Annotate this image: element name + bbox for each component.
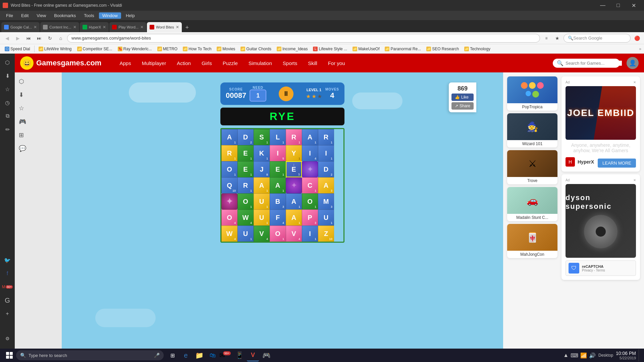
bookmark-lifewire[interactable]: 📁 LifeWire Writng (37, 46, 74, 52)
bookmark-income[interactable]: 📁 Income_Ideas (275, 46, 310, 52)
pause-button[interactable]: ⏸ (279, 86, 293, 101)
cell-2-4[interactable]: E1 ↓ (286, 161, 302, 177)
bookmark-guitar[interactable]: 📁 Guitar Chords (238, 46, 273, 52)
nav-simulation[interactable]: Simulation (244, 58, 277, 69)
bookmark-technology[interactable]: 📁 Technology (462, 46, 492, 52)
tab-0[interactable]: Google Cal... ✕ (1, 22, 40, 32)
menu-edit[interactable]: Edit (18, 12, 32, 19)
cell-1-2[interactable]: K1 (254, 145, 270, 161)
panel-btn-4[interactable]: 🎮 (15, 115, 62, 128)
cell-6-6[interactable]: Z10 (318, 226, 334, 242)
nav-sports[interactable]: Sports (278, 58, 302, 69)
bookmark-makeuseof[interactable]: 📁 MakeUseOf (351, 46, 381, 52)
game-card-mahjong[interactable]: 🀄 MahJongCon (507, 224, 557, 258)
nav-apps[interactable]: Apps (115, 58, 136, 69)
panel-btn-3[interactable]: ☆ (15, 102, 62, 115)
tab-close-1[interactable]: ✕ (73, 25, 76, 29)
cell-3-1[interactable]: R1 (237, 177, 254, 193)
taskbar-phone[interactable]: 📱 (233, 349, 246, 361)
bookmark-seo[interactable]: 📁 SEO Research (424, 46, 461, 52)
taskbar-sound-icon[interactable]: 🔊 (589, 352, 596, 359)
cell-6-2[interactable]: V4 (254, 226, 270, 242)
sidebar-gmail[interactable]: M30+ (1, 281, 13, 293)
nav-action[interactable]: Action (172, 58, 196, 69)
cell-3-6[interactable]: A3 (318, 177, 334, 193)
cell-1-3[interactable]: I5 (270, 145, 286, 161)
nav-puzzle[interactable]: Puzzle (218, 58, 243, 69)
tab-close-word-bites[interactable]: ✕ (176, 25, 179, 29)
cell-5-3[interactable]: F4 (270, 209, 286, 226)
taskbar-edge[interactable]: e (180, 349, 192, 361)
cell-2-6[interactable]: D2 (318, 161, 334, 177)
cell-0-3[interactable]: L1 (270, 129, 286, 145)
sidebar-google[interactable]: G (1, 294, 13, 306)
cell-3-4[interactable]: ✦ (286, 177, 302, 193)
refresh-button[interactable]: ↻ (46, 34, 54, 43)
user-icon[interactable]: 👤 (627, 57, 639, 69)
sidebar-settings[interactable]: ⚙ (1, 333, 13, 345)
more-bookmarks-button[interactable]: » (639, 47, 641, 51)
share-button[interactable]: ↗ Share (451, 102, 474, 110)
bookmark-speed-dial[interactable]: ⬡ Speed Dial (3, 46, 32, 52)
cell-5-1[interactable]: W4 (237, 209, 254, 226)
game-card-trove[interactable]: ⚔ Trove (507, 150, 557, 184)
cell-1-1[interactable]: E1 (237, 145, 254, 161)
panel-btn-6[interactable]: 💬 (15, 142, 62, 155)
sidebar-facebook[interactable]: f (1, 267, 13, 280)
cell-4-2[interactable]: U1 (254, 193, 270, 209)
sidebar-twitter[interactable]: 🐦 (1, 254, 13, 266)
cell-0-2[interactable]: S1 (254, 129, 270, 145)
cell-2-2[interactable]: J8 (254, 161, 270, 177)
bookmark-howto[interactable]: 📁 How To Tech (181, 46, 213, 52)
menu-help[interactable]: Help (122, 12, 138, 19)
bookmark-this-button[interactable]: ★ (553, 34, 561, 43)
learn-more-button[interactable]: LEARN MORE (598, 159, 636, 168)
cell-3-2[interactable]: A1 (254, 177, 270, 193)
bookmark-movies[interactable]: 📁 Movies (215, 46, 237, 52)
cell-0-6[interactable]: R1 (318, 129, 334, 145)
nav-multiplayer[interactable]: Multiplayer (137, 58, 171, 69)
nav-skill[interactable]: Skill (303, 58, 322, 69)
cell-3-5[interactable]: C1 (302, 177, 318, 193)
game-card-madalin[interactable]: 🚗 Madalin Stunt C... (507, 187, 557, 221)
new-tab-button[interactable]: + (182, 23, 192, 32)
site-search-bar[interactable]: 🔍 (553, 59, 620, 68)
skip-back-button[interactable]: ⏮ (24, 34, 33, 43)
taskbar-vivaldi[interactable]: V (247, 349, 259, 361)
panel-btn-5[interactable]: ⊞ (15, 129, 62, 141)
site-search-input[interactable] (566, 61, 622, 66)
taskbar-up-arrow[interactable]: ▲ (563, 352, 569, 358)
tab-play-word[interactable]: Play Word... ✕ (109, 22, 146, 32)
tab-close-0[interactable]: ✕ (34, 25, 37, 29)
tab-close-play-word[interactable]: ✕ (140, 25, 144, 29)
cell-5-2[interactable]: U1 (254, 209, 270, 226)
taskbar-search[interactable]: 🔍 Type here to search 🎤 (16, 350, 164, 360)
extensions-button[interactable]: 🔴 (633, 34, 641, 43)
cell-4-3[interactable]: B3 (270, 193, 286, 209)
forward-button[interactable]: ▶ (13, 34, 22, 43)
cell-5-6[interactable]: U1 (318, 209, 334, 226)
search-bar[interactable]: 🔍 Search Google (564, 34, 631, 43)
taskbar-clock[interactable]: 10:06 PM 5/22/2019 (616, 351, 636, 360)
panel-btn-1[interactable]: ⬡ (15, 75, 62, 88)
cell-0-5[interactable]: A1 (302, 129, 318, 145)
cell-1-4[interactable]: Y1 (286, 145, 302, 161)
site-logo[interactable]: 😀 Gamesgames.com (20, 56, 101, 70)
cell-6-0[interactable]: W4 (221, 226, 237, 242)
cell-3-0[interactable]: Q10 (221, 177, 237, 193)
cell-5-0[interactable]: O4 (221, 209, 237, 226)
taskbar-game[interactable]: 🎮 (260, 349, 272, 361)
menu-window[interactable]: Window (99, 12, 121, 19)
taskbar-files[interactable]: 📁 (193, 349, 205, 361)
home-button[interactable]: ⌂ (56, 34, 65, 43)
cell-2-3[interactable]: E1 (270, 161, 286, 177)
minimize-button[interactable]: — (595, 0, 610, 11)
menu-bookmarks[interactable]: Bookmarks (51, 12, 79, 19)
maximize-button[interactable]: □ (610, 0, 626, 11)
game-card-wizard[interactable]: 🧙 Wizard 101 (507, 113, 557, 147)
start-button[interactable] (3, 349, 16, 361)
sidebar-notes[interactable]: ✏ (1, 123, 13, 135)
cell-1-6[interactable]: I1 (318, 145, 334, 161)
cell-4-4[interactable]: A1 (286, 193, 302, 209)
taskbar-multiview[interactable]: ⊞ (166, 349, 178, 361)
